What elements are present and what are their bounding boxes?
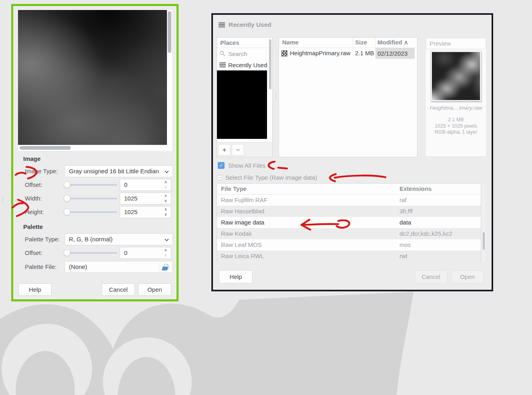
column-header-size[interactable]: Size bbox=[355, 39, 367, 46]
spin-up-icon[interactable]: ∧ bbox=[163, 179, 169, 185]
raw-import-dialog: Image Image Type: Gray unsigned 16 bit L… bbox=[11, 4, 179, 301]
width-label: Width: bbox=[25, 192, 42, 205]
slider-knob[interactable] bbox=[64, 181, 70, 188]
pane-splitter[interactable]: ⁞⁞ bbox=[275, 94, 277, 99]
select-file-type-expander[interactable]: − Select File Type (Raw image data) bbox=[217, 174, 317, 181]
cancel-button[interactable]: Cancel bbox=[415, 270, 447, 283]
places-scrollbar[interactable] bbox=[269, 38, 272, 139]
show-all-files-checkbox[interactable]: ✓ Show All Files bbox=[218, 162, 265, 169]
file-type-row[interactable]: Raw Fujifilm RAF raf bbox=[217, 194, 481, 206]
height-slider[interactable] bbox=[64, 211, 117, 213]
file-type-ext: mos bbox=[400, 241, 411, 248]
open-button[interactable]: Open bbox=[451, 270, 484, 283]
height-label: Height: bbox=[25, 206, 44, 218]
spin-up-icon[interactable]: ∧ bbox=[163, 193, 169, 199]
preview-vertical-scrollbar[interactable] bbox=[167, 10, 172, 145]
file-type-row[interactable]: Raw Leica RWL rwl bbox=[217, 251, 481, 262]
palette-type-label: Palette Type: bbox=[25, 233, 60, 245]
spin-down-icon[interactable]: ∨ bbox=[163, 198, 169, 204]
file-type-row[interactable]: Raw Kodak dc2,dcr,kdc,k25,kc2 bbox=[217, 228, 481, 239]
palette-offset-slider[interactable] bbox=[64, 252, 117, 254]
file-type-ext: raf bbox=[400, 196, 407, 203]
cancel-button[interactable]: Cancel bbox=[102, 283, 135, 296]
slider-knob[interactable] bbox=[64, 249, 70, 256]
file-chooser-dialog: Recently Used Places Search Recently Use… bbox=[211, 13, 493, 291]
file-row[interactable]: 02/12/2023 HeightmapPrimary.raw 2.1 MB bbox=[279, 48, 417, 59]
file-type-row[interactable]: Raw Leaf MOS mos bbox=[217, 239, 481, 251]
help-button[interactable]: Help bbox=[219, 270, 253, 283]
spin-up-icon[interactable]: ∧ bbox=[163, 247, 169, 253]
palette-type-dropdown[interactable]: R, G, B (normal) bbox=[64, 233, 173, 245]
preview-format: RGB-alpha, 1 layer bbox=[426, 129, 486, 136]
slider-knob[interactable] bbox=[64, 195, 70, 202]
palette-offset-value: 0 bbox=[124, 247, 127, 259]
search-label: Search bbox=[228, 50, 247, 57]
file-list-panel: Name Size Modified ∧ 02/12/2023 Heightma… bbox=[279, 37, 418, 157]
remove-place-button[interactable]: − bbox=[232, 144, 244, 156]
file-type-name: Raw Hasselblad bbox=[221, 208, 264, 215]
places-black-thumbnail bbox=[217, 70, 267, 139]
preview-size: 2.1 MB bbox=[426, 117, 486, 123]
places-item-recently-used[interactable]: Recently Used bbox=[217, 59, 272, 70]
show-all-files-label: Show All Files bbox=[228, 162, 265, 169]
slider-knob[interactable] bbox=[64, 209, 70, 215]
column-header-file-type[interactable]: File Type bbox=[221, 185, 247, 192]
image-type-value: Gray unsigned 16 bit Little Endian bbox=[69, 168, 159, 174]
image-offset-slider[interactable] bbox=[64, 184, 117, 186]
file-size: 2.1 MB bbox=[355, 50, 374, 56]
file-type-row-selected[interactable]: Raw image data data bbox=[217, 217, 481, 228]
width-spinbox[interactable]: 1025 ∧ ∨ bbox=[120, 192, 171, 205]
palette-file-label: Palette File: bbox=[25, 261, 56, 273]
file-type-ext: 3fr,fff bbox=[400, 208, 413, 215]
column-header-name[interactable]: Name bbox=[282, 39, 299, 46]
raw-file-icon bbox=[281, 50, 287, 56]
h-scroll-thumb[interactable] bbox=[20, 146, 71, 150]
checkbox-checked-icon[interactable]: ✓ bbox=[218, 162, 225, 169]
spin-down-icon[interactable]: ∨ bbox=[163, 253, 169, 258]
recently-used-label: Recently Used bbox=[228, 62, 267, 68]
places-item-search[interactable]: Search bbox=[217, 48, 272, 59]
open-folder-icon bbox=[161, 263, 170, 271]
file-type-ext: rwl bbox=[400, 253, 407, 259]
preview-metadata: 2.1 MB 1025 × 1025 pixels RGB-alpha, 1 l… bbox=[426, 117, 486, 136]
preview-label: Preview bbox=[426, 38, 486, 49]
file-type-scroll-thumb[interactable] bbox=[483, 232, 485, 250]
column-header-modified[interactable]: Modified ∧ bbox=[377, 39, 408, 46]
palette-file-picker[interactable]: (None) bbox=[64, 261, 173, 273]
palette-type-value: R, G, B (normal) bbox=[69, 236, 112, 243]
preview-filename: Heightma... imary.raw bbox=[426, 105, 486, 111]
edge-splitter-dots: ⁞⁞ bbox=[2, 198, 4, 203]
palette-file-value: (None) bbox=[69, 263, 87, 270]
spin-up-icon[interactable]: ∧ bbox=[163, 207, 169, 212]
palette-offset-spinbox[interactable]: 0 ∧ ∨ bbox=[120, 247, 171, 259]
add-place-button[interactable]: + bbox=[218, 144, 231, 156]
raw-preview-image bbox=[18, 10, 167, 145]
select-file-type-label: Select File Type (Raw image data) bbox=[225, 174, 317, 181]
image-offset-spinbox[interactable]: 0 ∧ ∨ bbox=[120, 179, 171, 191]
file-type-scrollbar[interactable] bbox=[482, 183, 485, 262]
search-icon bbox=[219, 50, 226, 57]
image-offset-value: 0 bbox=[124, 179, 127, 190]
file-type-row[interactable]: Raw Hasselblad 3fr,fff bbox=[217, 206, 481, 217]
preview-horizontal-scrollbar[interactable] bbox=[18, 145, 172, 151]
column-header-extensions[interactable]: Extensions bbox=[400, 185, 432, 192]
file-type-name: Raw image data bbox=[221, 219, 264, 226]
height-spinbox[interactable]: 1025 ∧ ∨ bbox=[120, 206, 171, 218]
image-offset-label: Offset: bbox=[25, 179, 42, 191]
palette-offset-label: Offset: bbox=[25, 247, 42, 259]
open-button[interactable]: Open bbox=[138, 283, 171, 296]
help-button[interactable]: Help bbox=[18, 283, 52, 296]
collapse-icon[interactable]: − bbox=[217, 175, 222, 180]
spin-down-icon[interactable]: ∨ bbox=[163, 212, 169, 217]
places-header: Places bbox=[217, 38, 272, 48]
width-slider[interactable] bbox=[64, 198, 117, 199]
image-section-title: Image bbox=[23, 155, 40, 162]
file-type-ext: data bbox=[400, 219, 411, 226]
location-title: Recently Used bbox=[229, 21, 271, 28]
file-type-table: File Type Extensions Raw Fujifilm RAF ra… bbox=[217, 183, 481, 262]
image-type-dropdown[interactable]: Gray unsigned 16 bit Little Endian bbox=[64, 165, 173, 177]
places-scroll-thumb[interactable] bbox=[269, 39, 271, 89]
image-type-label: Image Type: bbox=[25, 165, 58, 177]
v-scroll-thumb[interactable] bbox=[168, 11, 171, 53]
spin-down-icon[interactable]: ∨ bbox=[163, 184, 169, 190]
